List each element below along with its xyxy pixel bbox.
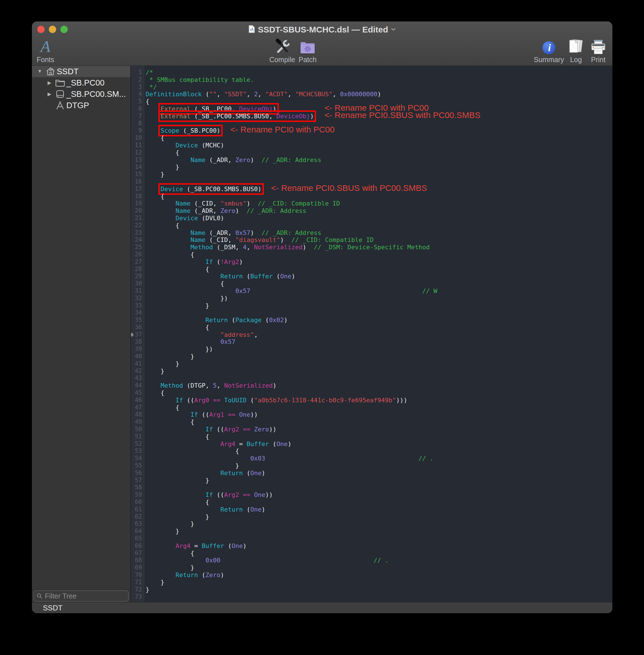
disclosure-closed-icon[interactable]: ▶ [45,91,54,97]
code-line-64[interactable]: } [146,528,613,535]
code-line-35[interactable]: Return (Package (0x02) [146,316,613,324]
patch-button[interactable]: Patch [292,36,323,64]
code-line-4[interactable]: DefinitionBlock ("", "SSDT", 2, "ACDT", … [146,91,613,98]
code-line-39[interactable]: }) [146,345,613,353]
code-line-34[interactable] [146,309,613,316]
code-line-27[interactable]: If (!Arg2) [146,258,613,266]
code-line-22[interactable]: { [146,222,613,229]
code-line-56[interactable]: Return (One) [146,470,613,477]
code-line-48[interactable]: If ((Arg1 == One)) [146,411,613,419]
line-number: 52 [131,441,144,448]
line-number: 11 [131,142,144,149]
tree-item-ssdt[interactable]: ▼SSDT [32,66,130,77]
code-line-55[interactable]: } [146,462,613,470]
code-line-24[interactable]: Name (_CID, "diagsvault") // _CID: Compa… [146,236,613,244]
code-line-33[interactable]: } [146,302,613,310]
code-line-10[interactable]: { [146,134,613,142]
line-number: 54 [131,455,144,462]
code-line-49[interactable]: { [146,419,613,426]
code-line-57[interactable]: } [146,477,613,484]
code-line-65[interactable] [146,535,613,542]
code-line-21[interactable]: Device (DVL0) [146,214,613,222]
disclosure-open-icon[interactable]: ▼ [35,69,44,74]
code-line-50[interactable]: If ((Arg2 == Zero)) [146,426,613,433]
code-line-15[interactable]: } [146,171,613,178]
code-line-38[interactable]: 0x57 [146,338,613,345]
fonts-button[interactable]: A Fonts [32,36,61,64]
code-line-13[interactable]: Name (_ADR, Zero) // _ADR: Address [146,156,613,164]
dsl-editor[interactable]: 1234567891011121314151617181920212223242… [131,66,613,602]
sidebar: ▼SSDT▶_SB.PC00▶_SB.PC00.SM...DTGP [32,66,131,602]
tree-item--sb-pc00[interactable]: ▶_SB.PC00 [32,77,130,88]
code-line-66[interactable]: Arg4 = Buffer (One) [146,542,613,550]
code-line-71[interactable]: } [146,579,613,586]
code-line-2[interactable]: * SMBus compatibility table. [146,76,613,84]
code-line-73[interactable] [146,593,613,601]
code-line-25[interactable]: Method (_DSM, 4, NotSerialized) // _DSM:… [146,244,613,251]
code-line-58[interactable] [146,484,613,491]
code-line-41[interactable]: } [146,360,613,367]
code-line-32[interactable]: }) [146,295,613,302]
code-area[interactable]: /* * SMBus compatibility table. */Defini… [144,66,613,602]
code-line-69[interactable]: } [146,564,613,571]
code-line-54[interactable]: 0x03 // . [146,455,613,462]
code-line-1[interactable]: /* [146,69,613,76]
code-line-42[interactable]: } [146,367,613,375]
code-line-52[interactable]: Arg4 = Buffer (One) [146,441,613,448]
line-number: 50 [131,426,144,433]
code-line-29[interactable]: Return (Buffer (One) [146,273,613,280]
code-line-7[interactable]: External (_SB_.PC00.SMBS.BUS0, DeviceObj… [146,113,613,120]
code-line-46[interactable]: If ((Arg0 == ToUUID ("a0b5b7c6-1318-441c… [146,397,613,404]
code-line-61[interactable]: Return (One) [146,506,613,513]
line-number: 31 [131,288,144,295]
code-line-23[interactable]: Name (_ADR, 0x57) // _ADR: Address [146,229,613,236]
code-line-17[interactable]: Device (_SB.PC00.SMBS.BUS0)<- Rename PCI… [146,185,613,193]
code-line-31[interactable]: 0x57 // W [146,288,613,295]
tree-item-dtgp[interactable]: DTGP [32,100,130,111]
code-line-72[interactable]: } [146,586,613,593]
code-line-40[interactable]: } [146,353,613,360]
code-line-63[interactable]: } [146,520,613,528]
line-number: 57 [131,477,144,484]
code-line-60[interactable]: { [146,499,613,506]
line-number: 28 [131,266,144,273]
code-line-67[interactable]: { [146,550,613,557]
svg-text:i: i [548,42,551,53]
code-line-26[interactable]: { [146,251,613,258]
code-line-18[interactable]: { [146,193,613,200]
print-button[interactable]: Print [583,36,613,64]
disclosure-closed-icon[interactable]: ▶ [45,80,54,86]
code-line-43[interactable] [146,375,613,382]
filter-tree-input[interactable] [34,591,128,601]
code-line-11[interactable]: Device (MCHC) [146,142,613,149]
line-number: 36 [131,324,144,331]
code-line-19[interactable]: Name (_CID, "smbus") // _CID: Compatible… [146,200,613,207]
code-line-47[interactable]: { [146,404,613,411]
code-line-3[interactable]: */ [146,84,613,91]
code-line-62[interactable]: } [146,513,613,521]
code-line-45[interactable]: { [146,389,613,397]
code-line-51[interactable]: { [146,433,613,441]
code-line-53[interactable]: { [146,448,613,455]
line-number: 29 [131,273,144,280]
code-line-20[interactable]: Name (_ADR, Zero) // _ADR: Address [146,207,613,214]
code-line-68[interactable]: 0x00 // . [146,557,613,564]
line-number: 12 [131,149,144,156]
code-line-37[interactable]: "address", [146,331,613,339]
code-line-59[interactable]: If ((Arg2 == One)) [146,491,613,499]
code-line-30[interactable]: { [146,280,613,288]
line-number: 69 [131,564,144,571]
code-line-28[interactable]: { [146,266,613,273]
summary-button[interactable]: i Summary [533,36,565,64]
code-line-36[interactable]: { [146,324,613,331]
code-line-44[interactable]: Method (DTGP, 5, NotSerialized) [146,382,613,389]
code-line-9[interactable]: Scope (_SB.PC00)<- Rename PCI0 with PC00 [146,127,613,134]
code-line-70[interactable]: Return (Zero) [146,571,613,579]
code-line-14[interactable]: } [146,163,613,171]
code-line-12[interactable]: { [146,149,613,156]
tree-item--sb-pc00-sm-[interactable]: ▶_SB.PC00.SM... [32,88,130,100]
title-chevron-icon[interactable] [391,27,396,32]
filter-tree-field[interactable] [33,590,129,602]
line-number: 64 [131,528,144,535]
code-line-8[interactable] [146,120,613,127]
